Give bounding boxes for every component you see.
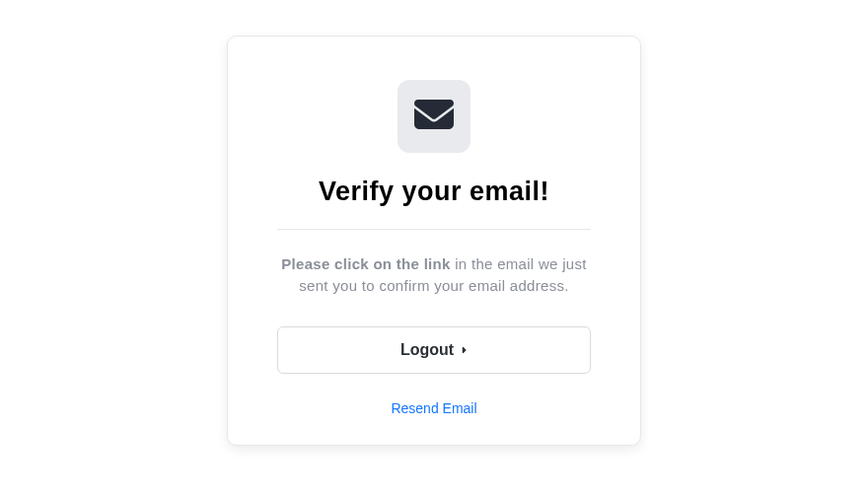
instruction-text: Please click on the link in the email we… xyxy=(277,253,591,297)
envelope-icon xyxy=(414,95,454,138)
logout-button[interactable]: Logout xyxy=(277,326,591,374)
verify-title: Verify your email! xyxy=(277,177,591,207)
envelope-icon-wrap xyxy=(398,80,470,153)
divider xyxy=(277,229,591,230)
caret-right-icon xyxy=(460,341,468,359)
instruction-bold: Please click on the link xyxy=(281,255,450,272)
verify-email-card: Verify your email! Please click on the l… xyxy=(227,36,641,446)
resend-email-link[interactable]: Resend Email xyxy=(391,400,476,416)
logout-button-label: Logout xyxy=(400,341,454,359)
